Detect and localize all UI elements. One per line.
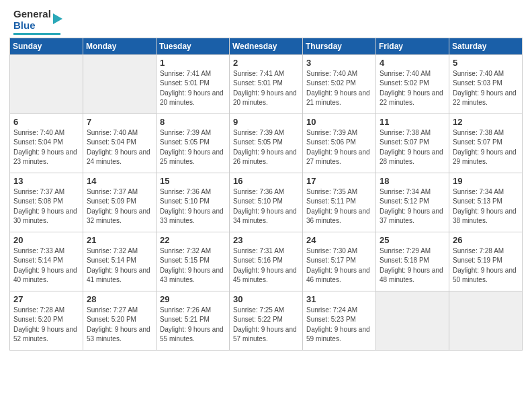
daylight-label: Daylight: 9 hours and 20 minutes. <box>233 89 297 107</box>
day-info: Sunrise: 7:25 AM Sunset: 5:22 PM Dayligh… <box>233 306 299 345</box>
calendar-day-cell <box>83 54 157 113</box>
daylight-label: Daylight: 9 hours and 38 minutes. <box>453 208 517 225</box>
sunset-label: Sunset: 5:05 PM <box>160 138 210 146</box>
daylight-label: Daylight: 9 hours and 22 minutes. <box>453 89 517 107</box>
day-number: 12 <box>453 117 519 127</box>
sunrise-label: Sunrise: 7:41 AM <box>160 70 211 77</box>
sunrise-label: Sunrise: 7:36 AM <box>233 188 284 195</box>
sunrise-label: Sunrise: 7:30 AM <box>306 247 357 255</box>
daylight-label: Daylight: 9 hours and 23 minutes. <box>13 148 77 166</box>
calendar-day-cell: 9 Sunrise: 7:39 AM Sunset: 5:05 PM Dayli… <box>230 113 303 173</box>
daylight-label: Daylight: 9 hours and 40 minutes. <box>13 267 77 284</box>
daylight-label: Daylight: 9 hours and 25 minutes. <box>160 148 224 166</box>
sunrise-label: Sunrise: 7:39 AM <box>306 129 357 136</box>
day-number: 16 <box>233 176 299 186</box>
sunset-label: Sunset: 5:01 PM <box>233 79 283 87</box>
logo: General Blue <box>13 8 62 35</box>
day-number: 7 <box>87 117 152 127</box>
sunrise-label: Sunrise: 7:40 AM <box>453 70 504 77</box>
day-info: Sunrise: 7:27 AM Sunset: 5:20 PM Dayligh… <box>87 306 152 345</box>
sunset-label: Sunset: 5:11 PM <box>306 197 356 205</box>
calendar-day-cell: 25 Sunrise: 7:29 AM Sunset: 5:18 PM Dayl… <box>376 232 449 291</box>
day-number: 23 <box>233 235 299 245</box>
day-info: Sunrise: 7:39 AM Sunset: 5:05 PM Dayligh… <box>160 128 226 167</box>
daylight-label: Daylight: 9 hours and 43 minutes. <box>160 267 224 284</box>
col-wednesday: Wednesday <box>230 38 303 54</box>
day-info: Sunrise: 7:28 AM Sunset: 5:19 PM Dayligh… <box>453 246 519 285</box>
day-info: Sunrise: 7:34 AM Sunset: 5:12 PM Dayligh… <box>380 187 445 226</box>
sunset-label: Sunset: 5:17 PM <box>306 257 356 264</box>
daylight-label: Daylight: 9 hours and 27 minutes. <box>306 148 370 166</box>
sunset-label: Sunset: 5:10 PM <box>160 197 210 205</box>
day-number: 13 <box>13 176 79 186</box>
day-number: 30 <box>233 294 299 304</box>
calendar-day-cell: 12 Sunrise: 7:38 AM Sunset: 5:07 PM Dayl… <box>449 113 523 173</box>
daylight-label: Daylight: 9 hours and 36 minutes. <box>306 208 370 225</box>
col-tuesday: Tuesday <box>157 38 230 54</box>
daylight-label: Daylight: 9 hours and 57 minutes. <box>233 326 297 343</box>
day-info: Sunrise: 7:40 AM Sunset: 5:04 PM Dayligh… <box>13 128 79 167</box>
calendar-day-cell: 19 Sunrise: 7:34 AM Sunset: 5:13 PM Dayl… <box>449 173 523 232</box>
sunrise-label: Sunrise: 7:32 AM <box>160 247 211 255</box>
header-row: Sunday Monday Tuesday Wednesday Thursday… <box>10 38 523 54</box>
sunrise-label: Sunrise: 7:27 AM <box>87 306 138 314</box>
sunset-label: Sunset: 5:03 PM <box>453 79 502 87</box>
day-info: Sunrise: 7:40 AM Sunset: 5:03 PM Dayligh… <box>453 69 519 108</box>
day-info: Sunrise: 7:24 AM Sunset: 5:23 PM Dayligh… <box>306 306 372 345</box>
day-info: Sunrise: 7:33 AM Sunset: 5:14 PM Dayligh… <box>13 246 79 285</box>
calendar-day-cell: 24 Sunrise: 7:30 AM Sunset: 5:17 PM Dayl… <box>303 232 376 291</box>
sunrise-label: Sunrise: 7:35 AM <box>306 188 357 195</box>
daylight-label: Daylight: 9 hours and 46 minutes. <box>306 267 370 284</box>
day-info: Sunrise: 7:36 AM Sunset: 5:10 PM Dayligh… <box>160 187 226 226</box>
calendar-day-cell: 2 Sunrise: 7:41 AM Sunset: 5:01 PM Dayli… <box>230 54 303 113</box>
daylight-label: Daylight: 9 hours and 26 minutes. <box>233 148 297 166</box>
daylight-label: Daylight: 9 hours and 59 minutes. <box>306 326 370 343</box>
logo-text-general: General <box>13 8 51 19</box>
day-number: 25 <box>380 235 445 245</box>
logo-text-blue: Blue <box>13 19 36 31</box>
day-info: Sunrise: 7:26 AM Sunset: 5:21 PM Dayligh… <box>160 306 226 345</box>
sunset-label: Sunset: 5:16 PM <box>233 257 283 264</box>
calendar-day-cell: 5 Sunrise: 7:40 AM Sunset: 5:03 PM Dayli… <box>449 54 523 113</box>
day-number: 29 <box>160 294 226 304</box>
day-info: Sunrise: 7:37 AM Sunset: 5:08 PM Dayligh… <box>13 187 79 226</box>
day-info: Sunrise: 7:41 AM Sunset: 5:01 PM Dayligh… <box>160 69 226 108</box>
calendar-day-cell <box>10 54 83 113</box>
calendar-day-cell: 22 Sunrise: 7:32 AM Sunset: 5:15 PM Dayl… <box>157 232 230 291</box>
calendar-day-cell: 4 Sunrise: 7:40 AM Sunset: 5:02 PM Dayli… <box>376 54 449 113</box>
day-number: 15 <box>160 176 226 186</box>
calendar-day-cell <box>449 291 523 350</box>
sunrise-label: Sunrise: 7:33 AM <box>13 247 64 255</box>
daylight-label: Daylight: 9 hours and 45 minutes. <box>233 267 297 284</box>
sunrise-label: Sunrise: 7:28 AM <box>13 306 64 314</box>
calendar-day-cell: 29 Sunrise: 7:26 AM Sunset: 5:21 PM Dayl… <box>157 291 230 350</box>
day-number: 4 <box>380 58 445 68</box>
daylight-label: Daylight: 9 hours and 33 minutes. <box>160 208 224 225</box>
daylight-label: Daylight: 9 hours and 34 minutes. <box>233 208 297 225</box>
sunrise-label: Sunrise: 7:38 AM <box>380 129 431 136</box>
calendar-day-cell: 1 Sunrise: 7:41 AM Sunset: 5:01 PM Dayli… <box>157 54 230 113</box>
sunrise-label: Sunrise: 7:25 AM <box>233 306 284 314</box>
calendar-day-cell: 15 Sunrise: 7:36 AM Sunset: 5:10 PM Dayl… <box>157 173 230 232</box>
sunrise-label: Sunrise: 7:37 AM <box>87 188 138 195</box>
sunset-label: Sunset: 5:06 PM <box>306 138 356 146</box>
calendar-day-cell: 6 Sunrise: 7:40 AM Sunset: 5:04 PM Dayli… <box>10 113 83 173</box>
calendar-day-cell: 8 Sunrise: 7:39 AM Sunset: 5:05 PM Dayli… <box>157 113 230 173</box>
col-friday: Friday <box>376 38 449 54</box>
sunset-label: Sunset: 5:13 PM <box>453 197 502 205</box>
day-number: 14 <box>87 176 152 186</box>
sunrise-label: Sunrise: 7:40 AM <box>306 70 357 77</box>
sunset-label: Sunset: 5:01 PM <box>160 79 210 87</box>
sunset-label: Sunset: 5:14 PM <box>87 257 136 264</box>
calendar-day-cell: 26 Sunrise: 7:28 AM Sunset: 5:19 PM Dayl… <box>449 232 523 291</box>
calendar-header: Sunday Monday Tuesday Wednesday Thursday… <box>10 38 523 54</box>
sunrise-label: Sunrise: 7:32 AM <box>87 247 138 255</box>
day-info: Sunrise: 7:35 AM Sunset: 5:11 PM Dayligh… <box>306 187 372 226</box>
sunset-label: Sunset: 5:22 PM <box>233 316 283 323</box>
col-sunday: Sunday <box>10 38 83 54</box>
day-number: 6 <box>13 117 79 127</box>
sunrise-label: Sunrise: 7:34 AM <box>453 188 504 195</box>
sunrise-label: Sunrise: 7:34 AM <box>380 188 431 195</box>
logo-arrow-icon <box>53 13 62 24</box>
day-info: Sunrise: 7:36 AM Sunset: 5:10 PM Dayligh… <box>233 187 299 226</box>
